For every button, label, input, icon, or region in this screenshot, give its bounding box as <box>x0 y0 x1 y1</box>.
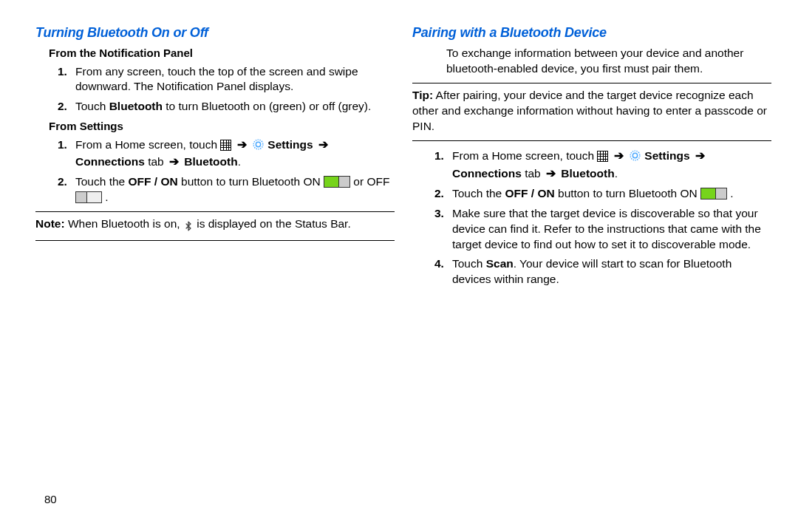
toggle-on-icon <box>700 188 727 200</box>
arrow-icon: ➔ <box>612 149 626 162</box>
left-sub1: From the Notification Panel <box>49 46 395 61</box>
arrow-icon: ➔ <box>316 138 330 151</box>
divider <box>412 83 771 83</box>
list-item: 2. Touch the OFF / ON button to turn Blu… <box>62 174 395 205</box>
step-text: Touch Scan. Your device will start to sc… <box>452 257 732 285</box>
svg-point-2 <box>630 151 640 160</box>
note-text: When Bluetooth is on, <box>65 217 183 230</box>
gear-icon <box>629 149 641 166</box>
svg-point-0 <box>253 140 263 149</box>
note-label: Note: <box>35 217 65 230</box>
step-text: Make sure that the target device is disc… <box>452 207 761 250</box>
step-number: 2. <box>58 99 67 115</box>
step-text: From a Home screen, touch ➔ Settings ➔ C… <box>452 149 707 180</box>
apps-grid-icon <box>597 151 608 162</box>
right-heading: Pairing with a Bluetooth Device <box>412 24 771 41</box>
svg-point-1 <box>256 142 260 146</box>
toggle-on-icon <box>324 176 350 188</box>
note-block: Note: When Bluetooth is on, is displayed… <box>35 216 395 234</box>
step-text: Touch the OFF / ON button to turn Blueto… <box>75 175 389 203</box>
right-steps: 1. From a Home screen, touch ➔ Settings … <box>439 149 771 287</box>
list-item: 2. Touch Bluetooth to turn Bluetooth on … <box>62 99 395 115</box>
step-number: 1. <box>434 149 444 164</box>
page-number: 80 <box>44 492 57 507</box>
list-item: 4. Touch Scan. Your device will start to… <box>439 256 771 287</box>
toggle-off-icon <box>75 191 102 203</box>
intro-text: To exchange information between your dev… <box>426 46 771 77</box>
arrow-icon: ➔ <box>544 167 558 180</box>
gear-icon <box>252 138 265 155</box>
svg-point-3 <box>632 153 637 157</box>
arrow-icon: ➔ <box>167 155 181 168</box>
step-number: 1. <box>58 64 67 80</box>
step-text: Touch the OFF / ON button to turn Blueto… <box>452 187 734 200</box>
step-number: 4. <box>434 256 444 272</box>
step-text: Touch Bluetooth to turn Bluetooth on (gr… <box>75 100 371 112</box>
left-heading: Turning Bluetooth On or Off <box>35 24 395 41</box>
note-tail: is displayed on the Status Bar. <box>197 217 351 230</box>
divider <box>35 240 395 241</box>
apps-grid-icon <box>220 140 231 151</box>
list-item: 2. Touch the OFF / ON button to turn Blu… <box>439 186 771 202</box>
step-number: 2. <box>434 186 444 202</box>
list-item: 1. From any screen, touch the top of the… <box>62 64 395 95</box>
step-number: 3. <box>434 206 444 222</box>
list-item: 1. From a Home screen, touch ➔ Settings … <box>62 137 395 171</box>
arrow-icon: ➔ <box>693 149 707 162</box>
step-text: From a Home screen, touch ➔ Settings ➔ C… <box>75 138 330 168</box>
step-text: From any screen, touch the top of the sc… <box>75 65 358 93</box>
bluetooth-icon <box>183 219 194 234</box>
divider <box>412 140 771 141</box>
tip-label: Tip: <box>412 89 433 101</box>
left-steps-1: 1. From any screen, touch the top of the… <box>62 64 395 115</box>
tip-block: Tip: After pairing, your device and the … <box>412 88 771 134</box>
right-column: Pairing with a Bluetooth Device To excha… <box>412 24 771 532</box>
left-steps-2: 1. From a Home screen, touch ➔ Settings … <box>62 137 395 206</box>
list-item: 1. From a Home screen, touch ➔ Settings … <box>439 149 771 182</box>
left-sub2: From Settings <box>49 119 395 134</box>
arrow-icon: ➔ <box>235 138 249 151</box>
tip-text: After pairing, your device and the targe… <box>412 89 767 132</box>
step-number: 1. <box>58 137 67 153</box>
list-item: 3. Make sure that the target device is d… <box>439 206 771 253</box>
divider <box>35 211 395 212</box>
step-number: 2. <box>58 174 67 190</box>
left-column: Turning Bluetooth On or Off From the Not… <box>35 24 395 532</box>
